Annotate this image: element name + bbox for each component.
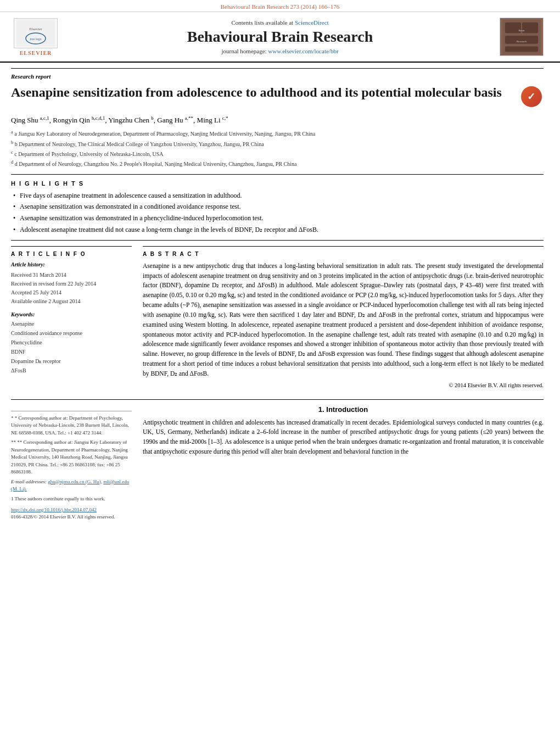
affiliations: a a Jiangsu Key Laboratory of Neurodegen… <box>11 129 544 168</box>
journal-thumbnail: Brain Research <box>500 18 544 56</box>
svg-text:Brain: Brain <box>519 29 525 32</box>
abstract-title: A B S T R A C T <box>143 251 544 257</box>
article-info-col: A R T I C L E I N F O Article history: R… <box>11 246 132 388</box>
journal-center: Contents lists available at ScienceDirec… <box>60 19 500 54</box>
keyword-item: Conditioned avoidance response <box>11 329 132 338</box>
keywords-list: Asenapine Conditioned avoidance response… <box>11 320 132 375</box>
main-content: Research report Asenapine sensitization … <box>0 63 560 525</box>
footnotes-col: * * Corresponding author at: Department … <box>11 405 132 520</box>
footnotes: * * Corresponding author at: Department … <box>11 411 132 503</box>
keyword-item: ΔFosB <box>11 366 132 375</box>
intro-columns: * * Corresponding author at: Department … <box>11 405 544 520</box>
email-footnote: E-mail addresses: ghu@njmu.edu.cn (G. Hu… <box>11 478 132 493</box>
affiliation-b: b b Department of Neurology, The Clinica… <box>11 140 544 148</box>
equal-contrib-note: 1 These authors contribute equally to th… <box>11 495 132 503</box>
online-date: Available online 2 August 2014 <box>11 297 132 306</box>
highlights-title: H I G H L I G H T S <box>11 180 544 187</box>
svg-rect-8 <box>505 46 538 52</box>
keyword-item: Phencyclidine <box>11 338 132 347</box>
divider-2 <box>11 240 544 241</box>
authors-line: Qing Shu a,c,1, Rongyin Qin b,c,d,1, Yin… <box>11 115 544 125</box>
info-divider <box>11 246 132 247</box>
elsevier-image: Elsevier tree logo <box>14 18 58 48</box>
intro-body: Antipsychotic treatment in children and … <box>143 418 544 457</box>
doi-line: http://dx.doi.org/10.1016/j.bbr.2014.07.… <box>11 507 132 512</box>
journal-homepage: journal homepage: www.elsevier.com/locat… <box>60 48 500 54</box>
issn-line: 0166-4328/© 2014 Elsevier B.V. All right… <box>11 514 132 520</box>
corresponding-note-1: * * Corresponding author at: Department … <box>11 415 132 437</box>
abstract-col: A B S T R A C T Asenapine is a new antip… <box>143 246 544 388</box>
svg-text:Elsevier: Elsevier <box>30 27 43 31</box>
divider-1 <box>11 174 544 175</box>
highlight-item: Five days of asenapine treatment in adol… <box>11 191 544 200</box>
elsevier-brand: ELSEVIER <box>20 50 52 56</box>
homepage-link[interactable]: www.elsevier.com/locate/bbr <box>268 48 338 54</box>
article-title-row: Asenapine sensitization from adolescence… <box>11 84 544 109</box>
affiliation-a: a a Jiangsu Key Laboratory of Neurodegen… <box>11 129 544 138</box>
svg-text:Research: Research <box>517 40 527 42</box>
copyright-notice: © 2014 Elsevier B.V. All rights reserved… <box>143 382 544 388</box>
sciencedirect-link[interactable]: ScienceDirect <box>295 19 329 26</box>
page: Behavioural Brain Research 273 (2014) 16… <box>0 0 560 742</box>
article-title: Asenapine sensitization from adolescence… <box>11 84 508 101</box>
article-history: Received 31 March 2014 Received in revis… <box>11 271 132 306</box>
keyword-item: Asenapine <box>11 320 132 328</box>
abstract-divider <box>143 246 544 247</box>
svg-text:tree logo: tree logo <box>30 37 41 41</box>
journal-header: Elsevier tree logo ELSEVIER Contents lis… <box>0 12 560 63</box>
highlight-item: Asenapine sensitization was demonstrated… <box>11 214 544 223</box>
keywords-label: Keywords: <box>11 311 132 317</box>
highlights-section: H I G H L I G H T S Five days of asenapi… <box>11 180 544 235</box>
intro-section-title: 1. Introduction <box>143 405 544 414</box>
affiliation-c: c c Department of Psychology, University… <box>11 149 544 158</box>
keyword-item: BDNF <box>11 348 132 356</box>
history-label: Article history: <box>11 261 132 267</box>
accepted-date: Accepted 25 July 2014 <box>11 288 132 297</box>
highlights-list: Five days of asenapine treatment in adol… <box>11 191 544 235</box>
corresponding-note-2: ** ** Corresponding author at: Jiangsu K… <box>11 439 132 476</box>
crossmark-badge: ✓ <box>519 84 544 109</box>
email-link-hu[interactable]: ghu@njmu.edu.cn (G. Hu), <box>48 479 102 484</box>
highlight-item: Adolescent asenapine treatment did not c… <box>11 225 544 235</box>
article-body: A R T I C L E I N F O Article history: R… <box>11 246 544 388</box>
journal-reference: Behavioural Brain Research 273 (2014) 16… <box>0 0 560 12</box>
article-section-label: Research report <box>11 68 544 80</box>
received-date: Received 31 March 2014 <box>11 271 132 280</box>
crossmark-icon: ✓ <box>521 86 542 107</box>
elsevier-logo: Elsevier tree logo ELSEVIER <box>11 18 60 56</box>
contents-availability: Contents lists available at ScienceDirec… <box>60 19 500 26</box>
intro-text-col: 1. Introduction Antipsychotic treatment … <box>143 405 544 520</box>
affiliation-d: d d Department of of Neurology, Changzho… <box>11 159 544 168</box>
journal-title: Behavioural Brain Research <box>60 28 500 46</box>
keyword-item: Dopamine D₂ receptor <box>11 357 132 366</box>
revised-date: Received in revised form 22 July 2014 <box>11 280 132 288</box>
intro-section: * * Corresponding author at: Department … <box>11 399 544 520</box>
doi-link[interactable]: http://dx.doi.org/10.1016/j.bbr.2014.07.… <box>11 507 97 512</box>
highlight-item: Asenapine sensitization was demonstrated… <box>11 202 544 211</box>
abstract-body: Asenapine is a new antipsychotic drug th… <box>143 261 544 379</box>
article-info-title: A R T I C L E I N F O <box>11 251 132 257</box>
